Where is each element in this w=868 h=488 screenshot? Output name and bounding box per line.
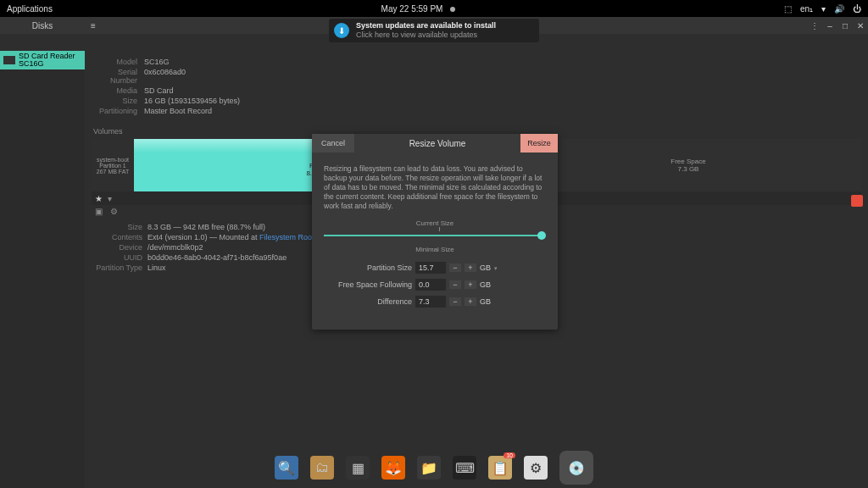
drive-details: ModelSC16G Serial Number0x6c086ad0 Media… (85, 51, 868, 124)
free-unit: GB (480, 280, 500, 289)
dock-files-icon[interactable]: 🗂 (310, 456, 334, 480)
psize-unit-dropdown[interactable]: GB (480, 263, 500, 272)
free-plus-button[interactable]: + (465, 280, 476, 289)
notif-title: System updates are available to install (356, 21, 496, 30)
applications-menu[interactable]: Applications (7, 4, 53, 14)
disk-icon (3, 56, 15, 64)
vd-val-ptype: Linux (147, 263, 166, 272)
partition-1[interactable]: system-boot Partition 1 267 MB FAT (92, 139, 134, 191)
power-icon[interactable]: ⏻ (853, 4, 861, 14)
input-free-space[interactable]: 0.0 (415, 279, 446, 291)
vd-lbl-uuid: UUID (95, 253, 142, 262)
updates-badge: 10 (504, 452, 515, 458)
dialog-header: Cancel Resize Volume Resize (312, 134, 558, 152)
device-sub: SC16G (19, 60, 75, 68)
vd-val-size: 8.3 GB — 942 MB free (88.7% full) (147, 223, 265, 231)
val-size: 16 GB (15931539456 bytes) (144, 97, 240, 105)
lang-indicator[interactable]: en₁ (800, 4, 813, 14)
input-difference[interactable]: 7.3 (415, 296, 446, 308)
free-size: 7.3 GB (678, 165, 699, 173)
notif-subtitle: Click here to view available updates (356, 30, 496, 40)
volume-icon[interactable]: 🔊 (834, 4, 844, 14)
dock-search-icon[interactable]: 🔍 (275, 456, 298, 480)
device-sidebar: SD Card Reader SC16G (0, 51, 85, 488)
psize-minus-button[interactable]: − (449, 263, 461, 272)
lbl-serial: Serial Number (95, 68, 137, 85)
lbl-media: Media (95, 86, 137, 95)
vd-lbl-ptype: Partition Type (95, 263, 142, 272)
lbl-partition-size: Partition Size (324, 263, 412, 272)
star-icon[interactable]: ★ (95, 194, 103, 203)
row-free-space: Free Space Following 0.0 − + GB (324, 279, 546, 291)
val-media: SD Card (144, 86, 174, 95)
vd-val-device: /dev/mmcblk0p2 (147, 243, 203, 252)
lbl-partitioning: Partitioning (95, 107, 137, 115)
lbl-difference: Difference (324, 297, 412, 306)
lbl-free-space: Free Space Following (324, 280, 412, 289)
val-partitioning: Master Boot Record (144, 107, 212, 115)
dock-firefox-icon[interactable]: 🦊 (381, 456, 405, 480)
topbar: Applications May 22 5:59 PM ⬚ en₁ ▾ 🔊 ⏻ (0, 0, 868, 17)
current-size-mark (439, 227, 440, 231)
dock-disks-icon[interactable]: 💿 (559, 451, 593, 485)
val-serial: 0x6c086ad0 (144, 68, 186, 85)
free-minus-button[interactable]: − (449, 280, 461, 289)
datetime-label: May 22 5:59 PM (381, 4, 443, 14)
close-button[interactable]: ✕ (853, 21, 868, 30)
psize-plus-button[interactable]: + (465, 263, 476, 272)
screen-icon[interactable]: ⬚ (784, 4, 792, 14)
free-space[interactable]: Free Space 7.3 GB (515, 139, 861, 191)
row-difference: Difference 7.3 − + GB (324, 296, 546, 308)
diff-unit: GB (480, 297, 500, 306)
dock-apps-icon[interactable]: ▦ (346, 456, 370, 480)
vd-lbl-size: Size (95, 223, 142, 231)
clock[interactable]: May 22 5:59 PM (53, 4, 784, 14)
resize-volume-dialog: Cancel Resize Volume Resize Resizing a f… (312, 134, 558, 330)
dock-updates-icon[interactable]: 📋10 (488, 456, 512, 480)
vd-val-uuid: b0dd0e46-8ab0-4042-af71-b8cf6a95f0ae (147, 253, 287, 262)
minimize-button[interactable]: – (822, 21, 837, 30)
cancel-button[interactable]: Cancel (312, 134, 354, 152)
slider-thumb[interactable] (537, 231, 546, 240)
dock: 🔍 🗂 ▦ 🦊 📁 ⌨ 📋10 ⚙ 💿 (275, 451, 593, 485)
filesystem-root-link[interactable]: Filesystem Root (259, 233, 314, 241)
update-notification[interactable]: ⬇ System updates are available to instal… (329, 19, 539, 42)
val-model: SC16G (144, 58, 170, 66)
status-area[interactable]: ⬚ en₁ ▾ 🔊 ⏻ (784, 4, 861, 14)
lbl-size: Size (95, 97, 137, 105)
vd-lbl-contents: Contents (95, 233, 142, 241)
hamburger-icon[interactable]: ≡ (85, 21, 102, 30)
row-partition-size: Partition Size 15.7 − + GB (324, 262, 546, 274)
delete-partition-button[interactable] (851, 195, 863, 207)
update-icon: ⬇ (334, 23, 349, 38)
minimal-size-label: Minimal Size (324, 246, 546, 253)
diff-minus-button[interactable]: − (449, 297, 461, 306)
wifi-icon[interactable]: ▾ (821, 4, 826, 14)
lbl-model: Model (95, 58, 137, 66)
dock-terminal-icon[interactable]: ⌨ (453, 456, 476, 480)
resize-button[interactable]: Resize (520, 134, 558, 152)
vd-lbl-device: Device (95, 243, 142, 252)
current-size-label: Current Size (324, 219, 546, 227)
menu-icon[interactable]: ⋮ (807, 21, 822, 30)
warning-text: Resizing a filesystem can lead to data l… (324, 164, 546, 211)
dialog-title: Resize Volume (354, 139, 520, 148)
p1-size: 267 MB FAT (97, 169, 129, 175)
sidebar-item-sdcard[interactable]: SD Card Reader SC16G (0, 51, 85, 69)
size-slider[interactable] (324, 227, 546, 244)
p1-name: system-boot (97, 157, 129, 163)
p1-label: Partition 1 (99, 163, 126, 169)
input-partition-size[interactable]: 15.7 (415, 262, 446, 274)
diff-plus-button[interactable]: + (465, 297, 476, 306)
maximize-button[interactable]: □ (837, 21, 853, 30)
vd-val-contents: Ext4 (version 1.0) — Mounted at Filesyst… (147, 233, 314, 241)
more-icon[interactable]: ▾ (108, 194, 112, 203)
dock-settings-icon[interactable]: ⚙ (524, 456, 548, 480)
window-title: Disks (0, 21, 85, 30)
mount-icon[interactable]: ▣ (95, 207, 103, 216)
notification-dot-icon (450, 7, 455, 12)
gear-icon[interactable]: ⚙ (110, 207, 118, 216)
dock-nautilus-icon[interactable]: 📁 (417, 456, 441, 480)
free-label: Free Space (670, 158, 705, 165)
